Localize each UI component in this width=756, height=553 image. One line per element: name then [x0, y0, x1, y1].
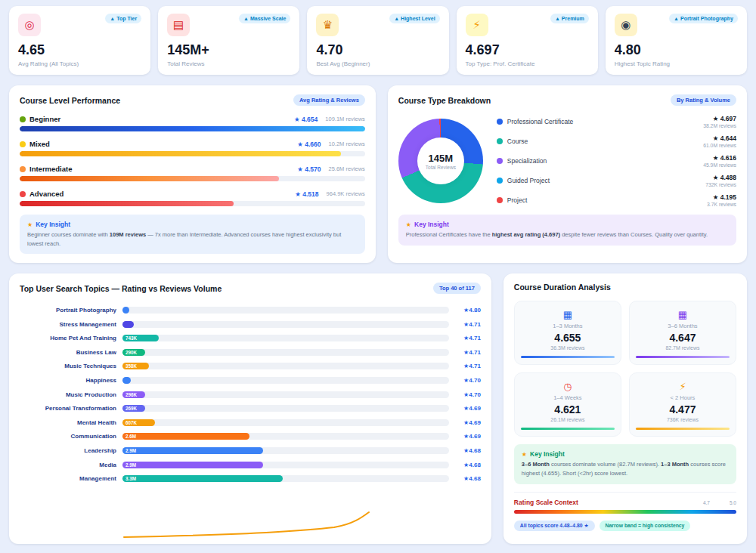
insight-title: ★Key Insight — [406, 221, 729, 228]
legend-dot-icon — [497, 158, 503, 164]
level-row-labels: Mixed ★ 4.660 10.2M reviews — [20, 140, 365, 148]
duration-underline — [521, 428, 615, 430]
level-dot-icon — [20, 166, 26, 172]
legend-item: Course ★ 4.644 61.0M reviews — [497, 134, 736, 148]
topic-row: Leadership 2.9M ★4.68 — [20, 443, 481, 458]
lightbulb-icon: ★ — [522, 451, 527, 458]
topic-bar-fill: 2.9M — [122, 447, 263, 454]
topic-label: Leadership — [20, 447, 116, 454]
course-level-title: Course Level Performance — [20, 96, 120, 105]
level-dot-icon — [20, 141, 26, 147]
legend-values: ★ 4.644 61.0M reviews — [703, 134, 736, 148]
kpi-label: Avg Rating (All Topics) — [18, 60, 141, 67]
kpi-card: ⚡ ▲ Premium 4.697 Top Type: Prof. Certif… — [457, 6, 598, 75]
kpi-value: 4.70 — [316, 42, 439, 58]
topic-label: Management — [20, 475, 116, 482]
topic-bar-track — [122, 377, 449, 384]
legend-rating: ★ 4.616 — [703, 154, 736, 162]
topic-bar-track — [122, 321, 449, 328]
topic-row: Media 2.9M ★4.68 — [20, 458, 481, 472]
kpi-label: Highest Topic Rating — [615, 60, 738, 67]
kpi-trend-badge: ▲ Portrait Photography — [669, 14, 738, 23]
topic-bar-value: 269K — [125, 406, 137, 411]
topic-bar-track: 269K — [122, 405, 449, 412]
legend-dot-icon — [497, 138, 503, 144]
duration-label: 1–4 Weeks — [521, 394, 615, 401]
topic-rating: ★4.71 — [455, 335, 481, 341]
duration-grid: ▦ 1–3 Months 4.655 36.3M reviews ▦ 3–6 M… — [514, 301, 736, 437]
duration-icon: ⚡ — [636, 381, 730, 392]
topic-rating: ★4.71 — [455, 321, 481, 328]
kpi-icon: ⚡ — [466, 14, 488, 36]
topic-label: Home Pet And Training — [20, 335, 116, 341]
duration-reviews: 36.3M reviews — [521, 345, 615, 351]
course-type-insight: ★Key Insight Professional Certificates h… — [398, 215, 736, 246]
level-rating: ★ 4.570 — [297, 165, 321, 173]
level-reviews: 109.1M reviews — [325, 116, 365, 122]
level-bar-track — [20, 176, 365, 181]
legend-rating: ★ 4.644 — [703, 134, 736, 142]
topic-bar-fill — [122, 321, 134, 328]
topic-bar-track: 743K — [122, 335, 449, 341]
lightbulb-icon: ★ — [27, 221, 33, 228]
trend-curve — [122, 511, 372, 541]
rating-scale-header: Rating Scale Context 4.7 5.0 — [514, 499, 736, 506]
topic-label: Happiness — [20, 377, 116, 384]
legend-rating: ★ 4.195 — [707, 193, 736, 201]
kpi-trend-badge: ▲ Highest Level — [389, 14, 439, 23]
level-bar-fill — [20, 201, 234, 206]
scale-badge-range: All topics score 4.48–4.80 ★ — [514, 521, 595, 531]
topic-rating: ★4.70 — [455, 377, 481, 384]
level-row: Advanced ★ 4.518 964.9K reviews — [20, 190, 365, 206]
topic-rating: ★4.68 — [455, 462, 481, 468]
course-level-badge: Avg Rating & Reviews — [293, 94, 365, 106]
duration-value: 4.621 — [521, 403, 615, 416]
legend-item: Project ★ 4.195 3.7K reviews — [497, 193, 736, 207]
topic-bar-fill: 269K — [122, 405, 145, 412]
level-reviews: 10.2M reviews — [328, 141, 364, 147]
topic-bar-track: 290K — [122, 349, 449, 356]
scale-badge-consistency: Narrow band = high consistency — [600, 521, 691, 531]
topic-rating: ★4.71 — [455, 349, 481, 356]
topic-rating: ★4.69 — [455, 405, 481, 412]
dashboard: ◎ ▲ Top Tier 4.65 Avg Rating (All Topics… — [0, 0, 756, 553]
bottom-row: Top User Search Topics — Rating vs Revie… — [9, 273, 747, 544]
duration-icon: ◷ — [521, 381, 615, 392]
middle-row: Course Level Performance Avg Rating & Re… — [9, 85, 747, 263]
topic-bar-track: 2.9M — [122, 447, 449, 454]
topic-bar-fill — [122, 307, 129, 314]
level-bar-fill — [20, 151, 341, 156]
legend-values: ★ 4.697 38.2M reviews — [703, 115, 736, 128]
level-row-labels: Advanced ★ 4.518 964.9K reviews — [20, 190, 365, 198]
legend-item: Guided Project ★ 4.488 732K reviews — [497, 174, 736, 187]
legend-reviews: 38.2M reviews — [703, 123, 736, 128]
level-dot-icon — [20, 116, 26, 122]
topic-label: Communication — [20, 433, 116, 440]
kpi-label: Total Reviews — [167, 60, 290, 67]
insight-title: ★Key Insight — [27, 221, 358, 228]
level-bar-track — [20, 201, 365, 206]
course-level-bars: Beginner ★ 4.654 109.1M reviews — [20, 115, 365, 206]
topic-label: Business Law — [20, 349, 116, 356]
kpi-card: ▤ ▲ Massive Scale 145M+ Total Reviews — [158, 6, 299, 75]
legend-dot-icon — [497, 197, 503, 203]
legend-dot-icon — [497, 119, 503, 125]
topic-rating: ★4.69 — [455, 433, 481, 440]
kpi-label: Best Avg (Beginner) — [316, 60, 439, 67]
topic-label: Personal Transformation — [20, 405, 116, 412]
duration-panel: Course Duration Analysis ▦ 1–3 Months 4.… — [503, 273, 747, 544]
topic-row: Personal Transformation 269K ★4.69 — [20, 401, 481, 416]
topic-bar-fill: 358K — [122, 363, 149, 369]
topic-bar-value: 2.9M — [125, 462, 136, 468]
duration-card: ⚡ < 2 Hours 4.477 736K reviews — [629, 372, 736, 437]
kpi-card-header: ◎ ▲ Top Tier — [18, 14, 141, 36]
course-type-title: Course Type Breakdown — [398, 96, 491, 105]
topics-badge: Top 40 of 117 — [433, 283, 481, 294]
topic-rating: ★4.69 — [455, 419, 481, 426]
kpi-value: 4.65 — [18, 42, 141, 58]
topic-bar-value: 2.6M — [125, 434, 136, 439]
topic-bar-value: 296K — [125, 392, 137, 397]
legend-name: Project — [507, 196, 527, 204]
topic-bar-fill: 2.9M — [122, 462, 263, 468]
duration-reviews: 736K reviews — [636, 417, 730, 422]
